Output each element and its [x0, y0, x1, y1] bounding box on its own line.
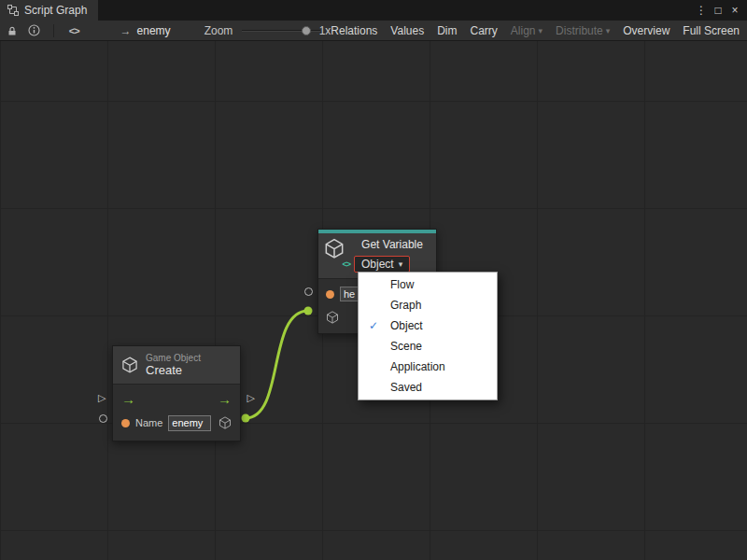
- menu-item-saved[interactable]: Saved: [359, 377, 497, 398]
- code-badge-icon: <>: [342, 259, 350, 269]
- create-node-header[interactable]: Game Object Create: [113, 346, 240, 384]
- input-ring-port[interactable]: [99, 414, 107, 423]
- object-port-cube-icon[interactable]: [326, 311, 339, 324]
- name-port-row: Name: [113, 413, 240, 432]
- breadcrumb-arrow-icon: →: [120, 24, 132, 37]
- lock-icon[interactable]: [5, 22, 20, 39]
- get-variable-header-col: Get Variable Object ▾: [354, 238, 430, 273]
- distribute-label: Distribute: [556, 24, 603, 37]
- input-ring-port[interactable]: [304, 287, 313, 296]
- menu-item-label: Flow: [390, 278, 414, 291]
- menu-item-label: Object: [390, 319, 423, 332]
- wire-endpoint-source[interactable]: [242, 414, 250, 423]
- graph-icon: [7, 5, 19, 16]
- menu-item-application[interactable]: Application: [359, 357, 497, 377]
- variable-cube-icon: <>: [324, 238, 348, 266]
- align-button: Align▾: [511, 24, 543, 37]
- menu-item-graph[interactable]: Graph: [359, 295, 497, 315]
- zoom-slider-handle[interactable]: [302, 26, 311, 35]
- flow-ports-row: → →: [113, 390, 240, 409]
- carry-button[interactable]: Carry: [471, 24, 498, 37]
- flow-out-triangle-port[interactable]: ▷: [247, 393, 255, 402]
- carry-label: Carry: [471, 24, 498, 37]
- fullscreen-button[interactable]: Full Screen: [683, 24, 740, 37]
- zoom-label: Zoom: [204, 24, 233, 37]
- close-icon[interactable]: ×: [726, 4, 743, 17]
- overview-label: Overview: [623, 24, 669, 37]
- wire-path[interactable]: [246, 311, 308, 418]
- window-menu-icon[interactable]: ⋮: [693, 4, 710, 17]
- graph-canvas[interactable]: <> Get Variable Object ▾: [0, 41, 747, 560]
- zoom-slider[interactable]: [242, 26, 311, 35]
- toolbar-separator: [53, 24, 54, 37]
- graph-toolbar: <> → enemy Zoom 1x Relations Values Dim …: [0, 21, 747, 41]
- relations-label: Relations: [331, 24, 377, 37]
- dim-button[interactable]: Dim: [437, 24, 457, 37]
- values-label: Values: [390, 24, 424, 37]
- tab-script-graph[interactable]: Script Graph: [0, 0, 98, 21]
- string-port-icon[interactable]: [121, 419, 130, 427]
- distribute-button: Distribute▾: [556, 24, 610, 37]
- output-object-cube-icon[interactable]: [218, 416, 232, 429]
- flow-in-arrow-icon[interactable]: →: [121, 393, 135, 406]
- menu-item-label: Scene: [390, 340, 422, 353]
- title-bar: Script Graph ⋮ □ ×: [0, 0, 747, 21]
- edit-graph-icon[interactable]: <>: [69, 25, 79, 36]
- game-object-cube-icon: [121, 357, 138, 373]
- check-icon: ✓: [369, 315, 378, 336]
- menu-item-label: Saved: [390, 381, 422, 394]
- window-controls: ⋮ □ ×: [693, 0, 747, 21]
- dim-label: Dim: [437, 24, 457, 37]
- menu-item-flow[interactable]: Flow: [359, 274, 497, 295]
- relations-button[interactable]: Relations: [331, 24, 377, 37]
- breadcrumb[interactable]: → enemy: [120, 24, 171, 37]
- chevron-down-icon: ▾: [606, 26, 611, 35]
- node-subtitle: Game Object: [146, 353, 201, 363]
- zoom-value: 1x: [319, 24, 331, 37]
- menu-item-label: Application: [390, 360, 445, 373]
- name-port-label: Name: [135, 417, 162, 428]
- fullscreen-label: Full Screen: [683, 24, 740, 37]
- node-title: Create: [146, 363, 201, 377]
- align-label: Align: [511, 24, 536, 37]
- tab-label: Script Graph: [24, 4, 87, 17]
- flow-in-triangle-port[interactable]: ▷: [98, 393, 106, 402]
- name-value-input[interactable]: [168, 415, 211, 431]
- chevron-down-icon: ▾: [399, 259, 403, 269]
- create-node-titles: Game Object Create: [146, 353, 201, 377]
- node-title: Get Variable: [361, 238, 423, 251]
- variable-scope-dropdown[interactable]: Object ▾: [354, 256, 410, 273]
- info-icon[interactable]: [27, 22, 42, 39]
- menu-item-label: Graph: [390, 299, 421, 312]
- wire-endpoint-target[interactable]: [304, 307, 313, 315]
- scope-dropdown-menu: Flow Graph ✓Object Scene Application Sav…: [358, 272, 498, 400]
- create-game-object-node[interactable]: Game Object Create → → Name: [112, 345, 241, 441]
- menu-item-object[interactable]: ✓Object: [359, 315, 497, 336]
- menu-item-scene[interactable]: Scene: [359, 336, 497, 357]
- scope-value: Object: [361, 258, 394, 271]
- script-graph-window: Script Graph ⋮ □ × <> → enemy: [0, 0, 747, 560]
- flow-out-arrow-icon[interactable]: →: [218, 393, 232, 406]
- create-node-body: → → Name: [113, 384, 240, 441]
- string-port-icon[interactable]: [326, 290, 334, 299]
- breadcrumb-graph-name: enemy: [137, 24, 171, 37]
- values-button[interactable]: Values: [390, 24, 424, 37]
- overview-button[interactable]: Overview: [623, 24, 669, 37]
- chevron-down-icon: ▾: [539, 26, 543, 35]
- maximize-icon[interactable]: □: [710, 4, 726, 17]
- toolbar-buttons: Relations Values Dim Carry Align▾ Distri…: [331, 24, 747, 37]
